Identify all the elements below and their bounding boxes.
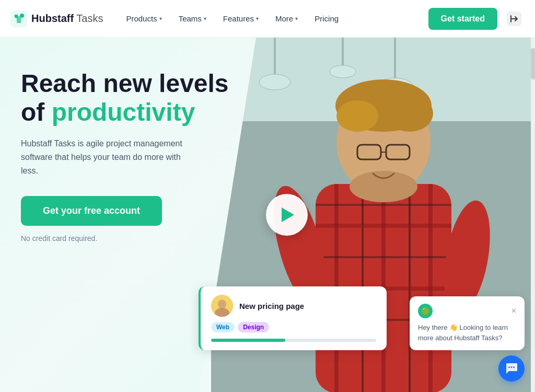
chat-text: Hey there 👋 Looking to learn more about … — [418, 322, 516, 343]
chat-icon — [505, 362, 518, 375]
svg-point-36 — [218, 299, 226, 309]
hero-section: Reach new levels of productivity Hubstaf… — [0, 38, 535, 392]
login-icon[interactable] — [504, 8, 525, 29]
chat-bubble-header: 🟢 × — [418, 304, 516, 318]
hero-description: Hubstaff Tasks is agile project manageme… — [21, 137, 199, 177]
more-chevron-icon: ▾ — [295, 16, 298, 21]
tag-design: Design — [238, 322, 269, 332]
svg-point-38 — [508, 366, 510, 368]
chat-close-button[interactable]: × — [511, 306, 516, 316]
products-chevron-icon: ▾ — [159, 16, 162, 21]
nav-teams[interactable]: Teams ▾ — [171, 10, 214, 27]
hero-heading: Reach new levels of productivity — [21, 69, 235, 126]
no-credit-card-text: No credit card required. — [21, 234, 235, 243]
svg-point-39 — [511, 366, 513, 368]
nav-products[interactable]: Products ▾ — [119, 10, 169, 27]
task-title: New pricing page — [239, 302, 304, 310]
tag-web: Web — [211, 322, 235, 332]
nav-right: Get started — [428, 8, 525, 30]
hubstaff-logo-icon — [10, 10, 27, 27]
play-triangle-icon — [282, 207, 294, 222]
play-button[interactable] — [266, 194, 308, 236]
nav-pricing[interactable]: Pricing — [307, 10, 346, 27]
task-tags: Web Design — [211, 322, 376, 332]
task-progress-bar — [211, 339, 285, 342]
svg-point-40 — [513, 366, 515, 368]
logo-text: Hubstaff Tasks — [31, 13, 103, 25]
svg-point-8 — [330, 65, 356, 78]
svg-point-25 — [336, 100, 378, 132]
navbar: Hubstaff Tasks Products ▾ Teams ▾ Featur… — [0, 0, 535, 38]
task-card: New pricing page Web Design — [199, 286, 387, 350]
scrollbar[interactable] — [531, 38, 535, 392]
svg-rect-5 — [274, 38, 276, 79]
free-account-button[interactable]: Get your free account — [21, 196, 162, 226]
scrollbar-thumb[interactable] — [531, 48, 535, 79]
features-chevron-icon: ▾ — [256, 16, 259, 21]
svg-point-30 — [350, 171, 417, 202]
task-card-header: New pricing page — [211, 295, 376, 317]
chat-logo: 🟢 — [418, 304, 433, 318]
nav-links: Products ▾ Teams ▾ Features ▾ More ▾ Pri… — [119, 10, 428, 27]
svg-rect-7 — [342, 38, 344, 69]
task-progress-bar-container — [211, 339, 376, 342]
task-avatar — [211, 295, 233, 317]
nav-features[interactable]: Features ▾ — [216, 10, 266, 27]
svg-point-26 — [386, 95, 433, 132]
teams-chevron-icon: ▾ — [204, 16, 206, 21]
svg-point-1 — [20, 14, 24, 18]
chat-widget-button[interactable] — [498, 355, 525, 382]
logo[interactable]: Hubstaff Tasks — [10, 10, 103, 27]
nav-more[interactable]: More ▾ — [268, 10, 305, 27]
chat-bubble: 🟢 × Hey there 👋 Looking to learn more ab… — [410, 296, 525, 350]
svg-point-6 — [259, 74, 290, 90]
get-started-button[interactable]: Get started — [428, 8, 497, 30]
